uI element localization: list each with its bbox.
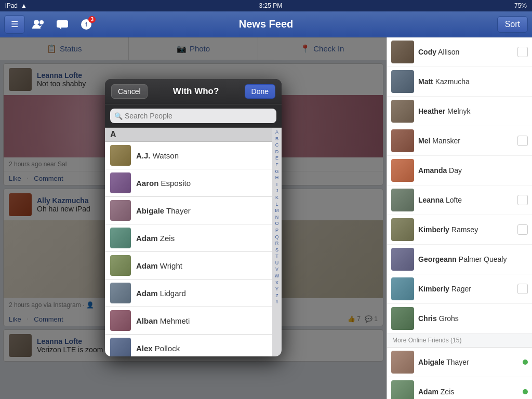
person-item[interactable]: Adam Lidgard [105,280,272,307]
section-header-a: A [105,128,272,142]
person-item[interactable]: Alban Mehmeti [105,307,272,335]
avatar [391,189,414,211]
sidebar-friend-item[interactable]: Kimberly Rager [387,274,532,304]
friend-name: Kimberly Ramsey [418,225,513,234]
alpha-w[interactable]: W [275,273,280,280]
feed-area: 📋 Status 📷 Photo 📍 Check In Leanna Lofte [0,37,387,399]
alpha-j[interactable]: J [276,188,278,194]
person-item[interactable]: Adam Wright [105,252,272,280]
person-name: Adam Lidgard [136,289,186,298]
alpha-b[interactable]: B [275,136,278,142]
alpha-o[interactable]: O [275,220,278,227]
messages-button[interactable] [52,15,73,34]
alpha-y[interactable]: Y [275,286,278,292]
friend-checkbox[interactable] [517,284,528,294]
sidebar-friend-item[interactable]: Kimberly Ramsey [387,215,532,245]
sort-button[interactable]: Sort [497,16,528,33]
alpha-h[interactable]: H [275,175,279,181]
alpha-r[interactable]: R [275,240,279,247]
friend-name: Leanna Lofte [418,196,513,204]
friend-name: Kimberly Rager [418,285,513,293]
person-item[interactable]: Adam Zeis [105,224,272,252]
sidebar-friend-item[interactable]: Heather Melnyk [387,97,532,126]
avatar [391,159,414,182]
modal-title: With Who? [173,86,219,97]
person-item[interactable]: A.J. Watson [105,142,272,169]
alpha-z[interactable]: Z [275,292,278,299]
sidebar-friend-item[interactable]: Matt Kazmucha [387,67,532,97]
alpha-i[interactable]: I [276,181,278,188]
alpha-g[interactable]: G [275,168,278,175]
avatar [391,70,414,93]
friend-checkbox[interactable] [517,47,528,57]
friend-name: Amanda Day [418,166,528,175]
friend-name: Georgeann Palmer Quealy [418,255,528,263]
modal-header: Cancel With Who? Done [105,79,282,104]
avatar [391,218,414,241]
alpha-v[interactable]: V [275,266,278,273]
alpha-d[interactable]: D [275,149,279,155]
avatar [391,41,414,63]
alpha-f[interactable]: F [275,162,278,168]
alpha-k[interactable]: K [275,194,278,201]
notifications-button[interactable]: f 3 [76,15,97,34]
sidebar-friend-item[interactable]: Cody Allison [387,37,532,67]
sidebar-online-friend[interactable]: Adam Zeis [387,377,532,399]
person-list: A A.J. Watson Aaron Esposito Abigale Tha… [105,128,272,356]
alpha-t[interactable]: T [275,253,278,260]
sidebar-friend-item[interactable]: Georgeann Palmer Quealy [387,245,532,274]
sidebar-friend-item[interactable]: Chris Grohs [387,304,532,334]
friend-name: Abigale Thayer [418,358,518,366]
modal-overlay[interactable]: Cancel With Who? Done 🔍 A [0,37,387,399]
nav-left: ☰ f 3 [4,15,97,34]
person-name: Adam Wright [136,261,182,270]
search-input[interactable] [110,109,276,123]
person-name: Alex Pollock [136,344,180,353]
friend-checkbox[interactable] [517,195,528,205]
sidebar-online-friend[interactable]: Abigale Thayer [387,348,532,377]
person-name: A.J. Watson [136,151,179,160]
avatar [391,351,414,374]
with-who-modal: Cancel With Who? Done 🔍 A [105,79,282,356]
alpha-s[interactable]: S [275,247,278,254]
device-label: iPad [5,2,18,9]
alpha-q[interactable]: Q [275,234,278,241]
sidebar-friend-item[interactable]: Mel Mansker [387,126,532,156]
alpha-l[interactable]: L [275,201,278,208]
modal-cancel-button[interactable]: Cancel [111,84,148,99]
alpha-e[interactable]: E [275,155,278,162]
person-item[interactable]: Alex Pollock [105,335,272,356]
person-name: Adam Zeis [136,234,175,243]
alpha-u[interactable]: U [275,260,279,267]
person-item[interactable]: Abigale Thayer [105,197,272,224]
alpha-m[interactable]: M [275,207,279,214]
alpha-n[interactable]: N [275,214,279,221]
avatar [391,248,414,271]
alpha-x[interactable]: X [275,280,278,286]
sidebar-friend-item[interactable]: Leanna Lofte [387,185,532,215]
alpha-p[interactable]: P [275,227,278,234]
alpha-hash[interactable]: # [275,299,278,305]
page-title: News Feed [239,18,293,30]
modal-done-button[interactable]: Done [245,84,275,99]
friend-checkbox[interactable] [517,224,528,235]
modal-list-container: A A.J. Watson Aaron Esposito Abigale Tha… [105,128,282,356]
alpha-a[interactable]: A [275,129,278,136]
friend-name: Matt Kazmucha [418,77,528,86]
alpha-c[interactable]: C [275,142,279,149]
sidebar-friend-item[interactable]: Amanda Day [387,156,532,185]
friend-name: Adam Zeis [418,388,518,396]
avatar [110,145,131,166]
search-icon: 🔍 [114,112,123,120]
avatar [110,200,131,221]
avatar [110,283,131,303]
menu-button[interactable]: ☰ [4,15,25,34]
online-indicator [523,389,528,394]
friends-button[interactable] [28,15,49,34]
friend-checkbox[interactable] [517,136,528,146]
friend-name: Cody Allison [418,48,513,56]
avatar [391,307,414,330]
friend-name: Heather Melnyk [418,107,528,115]
avatar [110,255,131,276]
person-item[interactable]: Aaron Esposito [105,169,272,197]
